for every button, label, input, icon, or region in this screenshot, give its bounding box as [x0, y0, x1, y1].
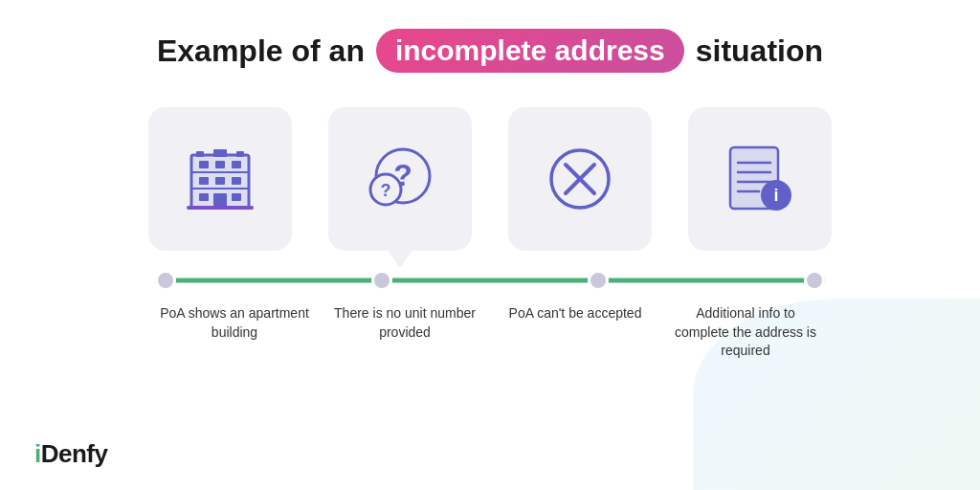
svg-rect-9: [232, 177, 241, 185]
svg-rect-12: [213, 193, 227, 208]
cross-circle-icon: [537, 136, 623, 222]
timeline-dot-1: [155, 270, 176, 291]
idenfy-logo: iDenfy: [34, 439, 107, 469]
svg-rect-14: [196, 151, 204, 157]
svg-rect-11: [232, 193, 241, 201]
label-1: PoA shows an apartment building: [158, 304, 311, 361]
card-info: i: [679, 107, 841, 251]
question-bubble-icon: ? ?: [357, 136, 443, 222]
label-4-text: Additional info to complete the address …: [675, 305, 816, 358]
timeline-dots: [155, 270, 825, 291]
svg-rect-7: [199, 177, 209, 185]
cards-row: ? ?: [139, 107, 841, 251]
card-building: [139, 107, 301, 251]
svg-text:i: i: [773, 186, 778, 205]
label-3: PoA can't be accepted: [499, 304, 652, 361]
svg-rect-5: [215, 161, 225, 168]
label-4: Additional info to complete the address …: [669, 304, 822, 361]
timeline-dot-3: [588, 270, 609, 291]
label-2: There is no unit number provided: [328, 304, 481, 361]
card-question-icon-wrap: ? ?: [328, 107, 472, 251]
svg-rect-10: [199, 193, 209, 201]
label-2-text: There is no unit number provided: [334, 305, 476, 340]
label-3-text: PoA can't be accepted: [509, 305, 642, 321]
timeline-row: [155, 270, 825, 291]
timeline-dot-2: [371, 270, 392, 291]
svg-rect-6: [232, 161, 241, 168]
card-cross-icon-wrap: [508, 107, 652, 251]
labels-row: PoA shows an apartment building There is…: [145, 304, 835, 361]
title-suffix: situation: [696, 33, 823, 69]
card-question: ? ?: [319, 107, 481, 251]
card-cross: [499, 107, 661, 251]
label-1-text: PoA shows an apartment building: [160, 305, 309, 340]
building-icon: [177, 136, 263, 222]
logo-i: i: [34, 439, 41, 468]
svg-rect-8: [215, 177, 225, 185]
title-prefix: Example of an: [157, 33, 365, 69]
card-building-icon-wrap: [148, 107, 292, 251]
svg-rect-15: [213, 149, 227, 157]
title-highlight: incomplete address: [376, 29, 684, 73]
svg-rect-16: [236, 151, 244, 157]
page-container: Example of an incomplete address situati…: [0, 0, 980, 490]
document-info-icon: i: [717, 136, 803, 222]
svg-text:?: ?: [393, 158, 412, 192]
timeline-dot-4: [804, 270, 825, 291]
svg-text:?: ?: [381, 181, 391, 200]
svg-rect-4: [199, 161, 209, 168]
card-info-icon-wrap: i: [688, 107, 832, 251]
logo-denfy: Denfy: [41, 439, 108, 468]
svg-rect-13: [187, 206, 254, 210]
title-row: Example of an incomplete address situati…: [157, 29, 823, 73]
